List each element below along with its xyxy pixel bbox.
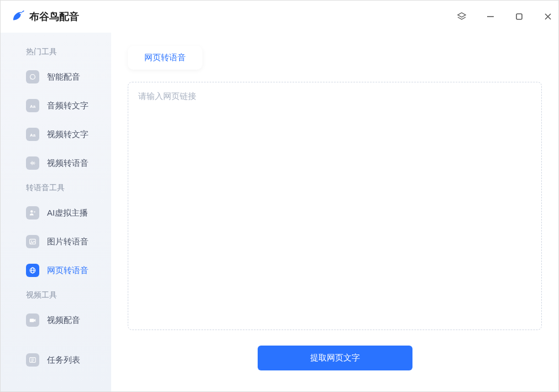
sidebar-group-title: 视频工具 — [1, 285, 111, 306]
aa-icon: Aa — [26, 99, 39, 112]
svg-rect-2 — [516, 14, 522, 19]
sidebar-item-ai-anchor[interactable]: AI虚拟主播 — [1, 198, 111, 227]
extract-button[interactable]: 提取网页文字 — [258, 346, 412, 370]
layers-icon[interactable] — [457, 12, 467, 22]
sidebar: 热门工具智能配音Aa音频转文字Aa视频转文字视频转语音转语音工具AI虚拟主播图片… — [1, 33, 111, 391]
close-icon[interactable] — [543, 12, 553, 22]
sidebar-item-web-to-speech[interactable]: 网页转语音 — [1, 256, 111, 285]
bird-logo-icon — [11, 9, 25, 24]
sidebar-item-label: 智能配音 — [47, 72, 80, 82]
sidebar-item-video-dub[interactable]: 视频配音 — [1, 306, 111, 334]
sidebar-item-label: 视频配音 — [47, 315, 80, 326]
sidebar-item-label: AI虚拟主播 — [47, 208, 88, 218]
action-row: 提取网页文字 — [128, 342, 542, 378]
sidebar-item-label: 图片转语音 — [47, 237, 88, 247]
tab-bar: 网页转语音 — [128, 46, 542, 70]
app-logo: 布谷鸟配音 — [11, 9, 79, 24]
svg-text:Aa: Aa — [30, 104, 36, 109]
svg-point-6 — [30, 210, 33, 212]
sidebar-item-task-list[interactable]: 任务列表 — [1, 346, 111, 374]
svg-point-0 — [20, 13, 21, 14]
sidebar-item-image-to-speech[interactable]: 图片转语音 — [1, 227, 111, 256]
tab-web-to-speech[interactable]: 网页转语音 — [128, 46, 202, 70]
sidebar-item-smart-dub[interactable]: 智能配音 — [1, 62, 111, 91]
window-controls — [457, 1, 553, 33]
sidebar-item-label: 网页转语音 — [47, 265, 88, 276]
maximize-icon[interactable] — [514, 12, 524, 22]
sidebar-item-label: 视频转语音 — [47, 158, 88, 169]
sidebar-item-label: 视频转文字 — [47, 129, 88, 140]
titlebar: 布谷鸟配音 — [1, 1, 558, 33]
app-title: 布谷鸟配音 — [29, 10, 79, 23]
sidebar-item-audio-to-text[interactable]: Aa音频转文字 — [1, 91, 111, 120]
main-content: 网页转语音 提取网页文字 — [111, 33, 558, 391]
globe-icon — [26, 264, 39, 277]
person-icon — [26, 206, 39, 219]
image-icon — [26, 235, 39, 248]
svg-point-9 — [31, 241, 32, 242]
svg-point-7 — [34, 211, 35, 213]
sidebar-item-label: 音频转文字 — [47, 101, 88, 111]
sidebar-item-label: 任务列表 — [47, 355, 80, 365]
wave-icon — [26, 156, 39, 170]
sidebar-group-title: 热门工具 — [1, 41, 111, 62]
minimize-icon[interactable] — [485, 12, 495, 22]
svg-rect-13 — [30, 318, 34, 322]
svg-text:Aa: Aa — [30, 133, 36, 138]
url-input[interactable] — [128, 82, 542, 330]
sidebar-item-video-to-speech[interactable]: 视频转语音 — [1, 149, 111, 177]
mic-icon — [26, 70, 39, 83]
sidebar-item-video-to-text[interactable]: Aa视频转文字 — [1, 120, 111, 149]
aa-icon: Aa — [26, 128, 39, 141]
list-icon — [26, 353, 39, 367]
sidebar-group-title: 转语音工具 — [1, 177, 111, 198]
camera-icon — [26, 313, 39, 327]
